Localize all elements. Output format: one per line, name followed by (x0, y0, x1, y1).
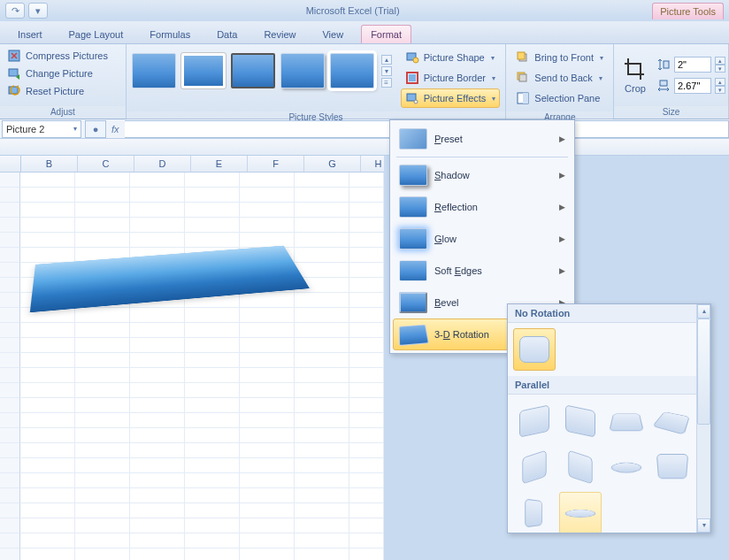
send-to-back-button[interactable]: Send to Back▾ (511, 68, 608, 88)
picture-effects-button[interactable]: Picture Effects▾ (401, 88, 501, 108)
height-input[interactable] (674, 57, 711, 73)
qat-customize-button[interactable]: ▾ (28, 3, 48, 19)
rotation-parallel-4[interactable] (651, 400, 694, 442)
gallery-scrollbar[interactable]: ▴ ▾ (696, 304, 710, 533)
effects-soft-edges-item[interactable]: Soft Edges ▶ (393, 255, 572, 287)
effects-shadow-label: Shadow (434, 170, 470, 180)
rotation-parallel-5[interactable] (513, 446, 556, 488)
tab-data[interactable]: Data (208, 26, 246, 43)
picture-style-2[interactable] (181, 53, 226, 88)
scroll-up-button[interactable]: ▴ (697, 304, 710, 318)
picture-style-4[interactable] (280, 53, 325, 88)
effects-soft-edges-label: Soft Edges (434, 265, 482, 276)
effects-shadow-item[interactable]: Shadow ▶ (393, 159, 572, 191)
name-box[interactable]: Picture 2 ▾ (2, 120, 81, 138)
width-field: ▴▾ (656, 78, 725, 94)
change-picture-button[interactable]: Change Picture (5, 65, 95, 81)
col-header-c[interactable]: C (78, 156, 134, 172)
group-size: Crop ▴▾ ▴▾ Size (614, 44, 729, 119)
selection-pane-label: Selection Pane (534, 93, 600, 104)
fx-label[interactable]: fx (106, 124, 125, 134)
preset-icon (399, 128, 427, 150)
svg-rect-16 (660, 81, 667, 86)
tab-review[interactable]: Review (255, 26, 304, 43)
col-header-e[interactable]: E (191, 156, 248, 172)
tab-format[interactable]: Format (361, 25, 411, 43)
picture-border-label: Picture Border (424, 73, 486, 83)
height-up[interactable]: ▴ (715, 57, 725, 65)
height-down[interactable]: ▾ (715, 65, 725, 73)
tab-view[interactable]: View (313, 26, 352, 43)
submenu-arrow-icon: ▶ (559, 266, 565, 275)
qat-redo-button[interactable]: ↷ (5, 3, 25, 19)
picture-border-button[interactable]: Picture Border▾ (401, 68, 501, 88)
picture-style-3[interactable] (231, 53, 275, 88)
group-adjust: Compress Pictures Change Picture Reset P… (0, 44, 127, 119)
glow-icon (399, 228, 427, 249)
picture-shape-icon (405, 50, 419, 65)
picture-effects-icon (405, 91, 419, 105)
tab-page-layout[interactable]: Page Layout (60, 26, 133, 43)
width-input[interactable] (674, 78, 711, 94)
col-header-g[interactable]: G (304, 156, 361, 172)
chevron-down-icon: ▾ (599, 74, 602, 82)
effects-preset-item[interactable]: PPresetreset ▶ (393, 123, 572, 155)
reset-picture-label: Reset Picture (26, 86, 84, 96)
tab-insert[interactable]: Insert (9, 26, 51, 43)
rotation-none-thumb[interactable] (513, 328, 556, 371)
width-icon (656, 79, 671, 93)
effects-reflection-label: Reflection (434, 202, 478, 212)
effects-reflection-item[interactable]: Reflection ▶ (393, 191, 572, 223)
gallery-down-button[interactable]: ▾ (381, 66, 392, 76)
grid[interactable] (0, 173, 384, 560)
select-all-corner[interactable] (0, 156, 21, 172)
rotation-parallel-8[interactable] (651, 446, 694, 488)
change-picture-icon (7, 66, 21, 81)
scroll-down-button[interactable]: ▾ (697, 518, 710, 533)
crop-button[interactable]: Crop (619, 55, 651, 96)
width-down[interactable]: ▾ (715, 86, 725, 94)
rotation-parallel-1[interactable] (513, 400, 556, 442)
svg-rect-6 (409, 74, 416, 81)
col-header-d[interactable]: D (134, 156, 191, 172)
gallery-up-button[interactable]: ▴ (381, 55, 392, 65)
name-box-dropdown-icon[interactable]: ▾ (73, 125, 77, 133)
submenu-arrow-icon: ▶ (559, 171, 565, 180)
effects-bevel-label: Bevel (434, 297, 459, 308)
picture-shape-label: Picture Shape (424, 52, 485, 63)
tab-formulas[interactable]: Formulas (141, 26, 199, 43)
selection-pane-button[interactable]: Selection Pane (511, 88, 608, 108)
picture-style-1[interactable] (132, 53, 176, 88)
svg-rect-1 (9, 69, 18, 76)
app-title: Microsoft Excel (Trial) (53, 5, 652, 16)
effects-glow-item[interactable]: Glow ▶ (393, 223, 572, 255)
svg-rect-14 (523, 93, 528, 104)
reset-picture-button[interactable]: Reset Picture (5, 83, 86, 99)
picture-shape-button[interactable]: Picture Shape▾ (401, 48, 501, 67)
rotation-parallel-2[interactable] (559, 400, 602, 442)
col-header-b[interactable]: B (21, 156, 78, 172)
height-icon (656, 58, 671, 72)
group-adjust-label: Adjust (0, 106, 126, 119)
width-up[interactable]: ▴ (715, 78, 725, 86)
rotation-parallel-6[interactable] (559, 446, 602, 488)
chevron-down-icon: ▾ (492, 74, 495, 82)
compress-pictures-button[interactable]: Compress Pictures (5, 48, 110, 64)
scroll-thumb[interactable] (697, 318, 710, 425)
formula-bar: Picture 2 ▾ ● fx (0, 119, 729, 139)
rotation-parallel-3[interactable] (605, 400, 648, 442)
picture-style-5[interactable] (330, 53, 374, 88)
rotation-parallel-9[interactable] (513, 492, 556, 533)
gallery-more-button[interactable]: ≡ (381, 78, 392, 88)
col-header-f[interactable]: F (248, 156, 304, 172)
bevel-icon (399, 292, 427, 313)
fx-cancel-button[interactable]: ● (85, 120, 106, 138)
rotation-parallel-7[interactable] (605, 446, 648, 488)
rotation-parallel-10[interactable] (559, 492, 602, 533)
group-picture-styles: ▴ ▾ ≡ Picture Shape▾ Picture Border▾ Pic… (127, 44, 507, 119)
picture-styles-gallery-spinner: ▴ ▾ ≡ (381, 55, 392, 88)
reflection-icon (399, 196, 427, 218)
bring-front-icon (516, 50, 530, 65)
bring-to-front-button[interactable]: Bring to Front▾ (511, 48, 608, 67)
shadow-icon (399, 165, 427, 186)
